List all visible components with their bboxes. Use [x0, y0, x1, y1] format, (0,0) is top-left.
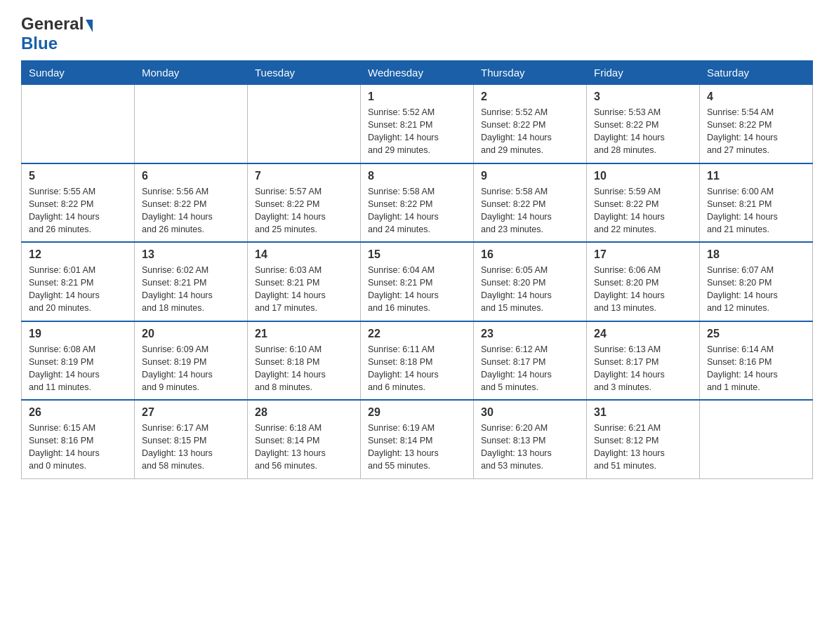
day-number: 9 [481, 170, 579, 182]
day-number: 11 [707, 170, 805, 182]
day-info: Sunrise: 5:56 AM Sunset: 8:22 PM Dayligh… [142, 185, 240, 236]
logo-general: General [21, 14, 84, 34]
calendar-cell: 29Sunrise: 6:19 AM Sunset: 8:14 PM Dayli… [361, 400, 474, 478]
day-number: 26 [29, 406, 127, 419]
calendar-cell: 14Sunrise: 6:03 AM Sunset: 8:21 PM Dayli… [248, 242, 361, 321]
header-sunday: Sunday [22, 61, 135, 85]
day-number: 17 [594, 248, 692, 261]
day-info: Sunrise: 6:18 AM Sunset: 8:14 PM Dayligh… [255, 422, 353, 473]
week-row-4: 26Sunrise: 6:15 AM Sunset: 8:16 PM Dayli… [22, 400, 813, 478]
calendar-cell: 18Sunrise: 6:07 AM Sunset: 8:20 PM Dayli… [700, 242, 813, 321]
calendar-cell: 31Sunrise: 6:21 AM Sunset: 8:12 PM Dayli… [587, 400, 700, 478]
day-number: 30 [481, 406, 579, 419]
day-number: 5 [29, 170, 127, 182]
day-number: 31 [594, 406, 692, 419]
week-row-2: 12Sunrise: 6:01 AM Sunset: 8:21 PM Dayli… [22, 242, 813, 321]
day-number: 27 [142, 406, 240, 419]
calendar-cell: 28Sunrise: 6:18 AM Sunset: 8:14 PM Dayli… [248, 400, 361, 478]
week-row-1: 5Sunrise: 5:55 AM Sunset: 8:22 PM Daylig… [22, 163, 813, 243]
day-info: Sunrise: 6:17 AM Sunset: 8:15 PM Dayligh… [142, 422, 240, 473]
day-number: 18 [707, 248, 805, 261]
calendar-cell: 3Sunrise: 5:53 AM Sunset: 8:22 PM Daylig… [587, 85, 700, 163]
day-info: Sunrise: 5:55 AM Sunset: 8:22 PM Dayligh… [29, 185, 127, 236]
logo-area: GeneralBlue [21, 14, 95, 53]
day-number: 22 [368, 328, 466, 340]
header-wednesday: Wednesday [361, 61, 474, 85]
day-number: 19 [29, 328, 127, 340]
day-info: Sunrise: 6:03 AM Sunset: 8:21 PM Dayligh… [255, 264, 353, 315]
day-number: 28 [255, 406, 353, 419]
day-info: Sunrise: 6:14 AM Sunset: 8:16 PM Dayligh… [707, 343, 805, 394]
calendar-cell: 4Sunrise: 5:54 AM Sunset: 8:22 PM Daylig… [700, 85, 813, 163]
day-info: Sunrise: 6:21 AM Sunset: 8:12 PM Dayligh… [594, 422, 692, 473]
day-number: 6 [142, 170, 240, 182]
calendar-cell: 27Sunrise: 6:17 AM Sunset: 8:15 PM Dayli… [135, 400, 248, 478]
calendar-cell: 24Sunrise: 6:13 AM Sunset: 8:17 PM Dayli… [587, 321, 700, 401]
day-number: 8 [368, 170, 466, 182]
calendar-table: SundayMondayTuesdayWednesdayThursdayFrid… [21, 60, 813, 479]
calendar-cell: 2Sunrise: 5:52 AM Sunset: 8:22 PM Daylig… [474, 85, 587, 163]
calendar-cell: 23Sunrise: 6:12 AM Sunset: 8:17 PM Dayli… [474, 321, 587, 401]
calendar-cell: 11Sunrise: 6:00 AM Sunset: 8:21 PM Dayli… [700, 163, 813, 243]
day-info: Sunrise: 5:54 AM Sunset: 8:22 PM Dayligh… [707, 106, 805, 157]
day-number: 16 [481, 248, 579, 261]
calendar-cell [135, 85, 248, 163]
day-number: 21 [255, 328, 353, 340]
day-number: 3 [594, 90, 692, 103]
calendar-cell [700, 400, 813, 478]
day-number: 23 [481, 328, 579, 340]
day-info: Sunrise: 6:01 AM Sunset: 8:21 PM Dayligh… [29, 264, 127, 315]
calendar-cell: 7Sunrise: 5:57 AM Sunset: 8:22 PM Daylig… [248, 163, 361, 243]
day-info: Sunrise: 6:19 AM Sunset: 8:14 PM Dayligh… [368, 422, 466, 473]
day-number: 4 [707, 90, 805, 103]
week-row-0: 1Sunrise: 5:52 AM Sunset: 8:21 PM Daylig… [22, 85, 813, 163]
day-number: 13 [142, 248, 240, 261]
day-number: 14 [255, 248, 353, 261]
day-info: Sunrise: 5:58 AM Sunset: 8:22 PM Dayligh… [368, 185, 466, 236]
day-info: Sunrise: 6:00 AM Sunset: 8:21 PM Dayligh… [707, 185, 805, 236]
day-number: 25 [707, 328, 805, 340]
day-info: Sunrise: 5:58 AM Sunset: 8:22 PM Dayligh… [481, 185, 579, 236]
day-number: 1 [368, 90, 466, 103]
calendar-cell: 5Sunrise: 5:55 AM Sunset: 8:22 PM Daylig… [22, 163, 135, 243]
calendar-cell: 15Sunrise: 6:04 AM Sunset: 8:21 PM Dayli… [361, 242, 474, 321]
header: GeneralBlue [21, 14, 813, 53]
calendar-cell: 12Sunrise: 6:01 AM Sunset: 8:21 PM Dayli… [22, 242, 135, 321]
calendar-cell: 17Sunrise: 6:06 AM Sunset: 8:20 PM Dayli… [587, 242, 700, 321]
calendar-cell: 16Sunrise: 6:05 AM Sunset: 8:20 PM Dayli… [474, 242, 587, 321]
day-info: Sunrise: 6:05 AM Sunset: 8:20 PM Dayligh… [481, 264, 579, 315]
calendar-cell: 10Sunrise: 5:59 AM Sunset: 8:22 PM Dayli… [587, 163, 700, 243]
day-info: Sunrise: 6:04 AM Sunset: 8:21 PM Dayligh… [368, 264, 466, 315]
calendar-cell [248, 85, 361, 163]
calendar-cell: 20Sunrise: 6:09 AM Sunset: 8:19 PM Dayli… [135, 321, 248, 401]
day-info: Sunrise: 6:06 AM Sunset: 8:20 PM Dayligh… [594, 264, 692, 315]
calendar-cell: 1Sunrise: 5:52 AM Sunset: 8:21 PM Daylig… [361, 85, 474, 163]
calendar-cell: 22Sunrise: 6:11 AM Sunset: 8:18 PM Dayli… [361, 321, 474, 401]
day-number: 24 [594, 328, 692, 340]
day-number: 20 [142, 328, 240, 340]
day-info: Sunrise: 5:59 AM Sunset: 8:22 PM Dayligh… [594, 185, 692, 236]
day-info: Sunrise: 6:09 AM Sunset: 8:19 PM Dayligh… [142, 343, 240, 394]
day-info: Sunrise: 6:02 AM Sunset: 8:21 PM Dayligh… [142, 264, 240, 315]
day-info: Sunrise: 6:07 AM Sunset: 8:20 PM Dayligh… [707, 264, 805, 315]
day-info: Sunrise: 5:52 AM Sunset: 8:21 PM Dayligh… [368, 106, 466, 157]
logo-blue: Blue [21, 34, 58, 53]
calendar-cell: 13Sunrise: 6:02 AM Sunset: 8:21 PM Dayli… [135, 242, 248, 321]
calendar-cell [22, 85, 135, 163]
week-row-3: 19Sunrise: 6:08 AM Sunset: 8:19 PM Dayli… [22, 321, 813, 401]
calendar-cell: 9Sunrise: 5:58 AM Sunset: 8:22 PM Daylig… [474, 163, 587, 243]
header-friday: Friday [587, 61, 700, 85]
header-saturday: Saturday [700, 61, 813, 85]
day-info: Sunrise: 6:20 AM Sunset: 8:13 PM Dayligh… [481, 422, 579, 473]
day-info: Sunrise: 6:13 AM Sunset: 8:17 PM Dayligh… [594, 343, 692, 394]
header-row: SundayMondayTuesdayWednesdayThursdayFrid… [22, 61, 813, 85]
day-info: Sunrise: 6:10 AM Sunset: 8:18 PM Dayligh… [255, 343, 353, 394]
calendar-cell: 8Sunrise: 5:58 AM Sunset: 8:22 PM Daylig… [361, 163, 474, 243]
day-info: Sunrise: 6:15 AM Sunset: 8:16 PM Dayligh… [29, 422, 127, 473]
day-number: 2 [481, 90, 579, 103]
day-info: Sunrise: 5:53 AM Sunset: 8:22 PM Dayligh… [594, 106, 692, 157]
logo-triangle-icon [86, 20, 93, 32]
calendar-cell: 21Sunrise: 6:10 AM Sunset: 8:18 PM Dayli… [248, 321, 361, 401]
day-number: 10 [594, 170, 692, 182]
calendar-cell: 30Sunrise: 6:20 AM Sunset: 8:13 PM Dayli… [474, 400, 587, 478]
